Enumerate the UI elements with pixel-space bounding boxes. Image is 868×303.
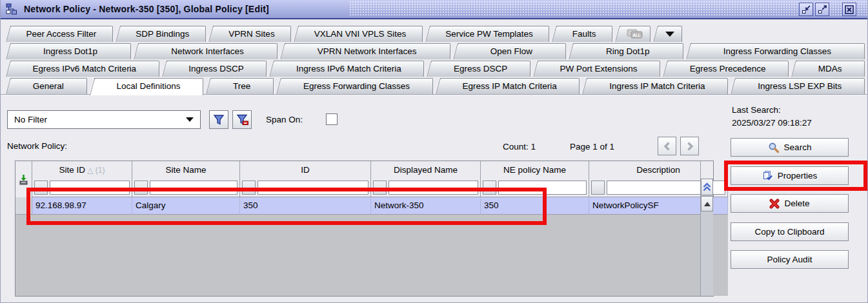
window-title: Network Policy - Network-350 [350], Glob… bbox=[24, 4, 269, 14]
filter-cell-ne-policy-name bbox=[481, 179, 589, 197]
tab-row-1: Ingress Dot1pNetwork InterfacesVPRN Netw… bbox=[3, 42, 865, 59]
tab-network-interfaces[interactable]: Network Interfaces bbox=[138, 43, 278, 59]
page-label: Page 1 of 1 bbox=[570, 142, 614, 152]
vertical-scrollbar[interactable] bbox=[700, 161, 713, 296]
tab-open-flow[interactable]: Open Flow bbox=[458, 43, 566, 59]
search-button-label: Search bbox=[784, 142, 812, 152]
properties-button[interactable]: Properties bbox=[731, 166, 849, 185]
previous-page-button[interactable] bbox=[658, 137, 676, 155]
filter-input-id[interactable] bbox=[257, 181, 368, 195]
row-selector-cell[interactable] bbox=[15, 197, 32, 215]
tab-vxlan-vni-vpls-sites[interactable]: VXLAN VNI VPLS Sites bbox=[298, 26, 423, 42]
table-corner-button[interactable] bbox=[15, 161, 32, 197]
tab-local-definitions[interactable]: Local Definitions bbox=[94, 78, 204, 95]
delete-button[interactable]: Delete bbox=[731, 194, 849, 213]
collapse-filter-row-button[interactable] bbox=[701, 179, 713, 195]
tab-label: Egress Forwarding Classes bbox=[303, 81, 410, 91]
column-filter-button[interactable] bbox=[242, 181, 256, 195]
filter-input-site-name[interactable] bbox=[150, 181, 237, 195]
span-on-label: Span On: bbox=[266, 110, 303, 129]
filter-cell-id bbox=[240, 179, 371, 197]
tab-vprn-sites[interactable]: VPRN Sites bbox=[213, 26, 291, 42]
maximize-icon bbox=[817, 5, 827, 15]
tab-egress-ip-match-criteria[interactable]: Egress IP Match Criteria bbox=[440, 78, 580, 94]
column-header-label: Displayed Name bbox=[394, 165, 458, 175]
tab-label: VXLAN VNI VPLS Sites bbox=[314, 29, 407, 39]
double-chevron-up-icon bbox=[702, 182, 712, 192]
column-filter-button[interactable] bbox=[134, 181, 148, 195]
tab-ingress-ipv6-match-criteria[interactable]: Ingress IPv6 Match Criteria bbox=[274, 61, 424, 77]
tab-general[interactable]: General bbox=[10, 78, 87, 94]
column-header-ne-policy-name[interactable]: NE policy Name bbox=[481, 161, 589, 179]
policy-audit-button[interactable]: Policy Audit bbox=[731, 250, 849, 269]
span-on-checkbox[interactable] bbox=[326, 113, 338, 125]
cell-site-name[interactable]: Calgary bbox=[132, 197, 240, 215]
column-header-site-name[interactable]: Site Name bbox=[132, 161, 240, 179]
tab-sdp-bindings[interactable]: SDP Bindings bbox=[120, 26, 206, 42]
tab-faults[interactable]: Faults bbox=[556, 26, 612, 42]
column-header-label: Site ID bbox=[59, 165, 85, 175]
cell-site-id[interactable]: 92.168.98.97 bbox=[32, 197, 132, 215]
column-header-displayed-name[interactable]: Displayed Name bbox=[371, 161, 481, 179]
tab-ingress-lsp-exp-bits[interactable]: Ingress LSP EXP Bits bbox=[735, 78, 865, 94]
combo-arrow-icon bbox=[186, 117, 194, 122]
filter-cell-site-name bbox=[132, 179, 240, 197]
next-page-button[interactable] bbox=[680, 137, 699, 155]
clear-filter-button[interactable] bbox=[232, 110, 252, 129]
tab-mdas[interactable]: MDAs bbox=[796, 61, 865, 77]
tab-label: Tree bbox=[233, 81, 250, 91]
tab-tree[interactable]: Tree bbox=[210, 78, 274, 94]
tab-pw-port-extensions[interactable]: PW Port Extensions bbox=[538, 61, 660, 77]
tab-label: MDAs bbox=[818, 64, 842, 73]
tab-label: Ingress IPv6 Match Criteria bbox=[296, 64, 401, 73]
column-filter-button[interactable] bbox=[483, 181, 496, 195]
column-filter-button[interactable] bbox=[591, 181, 605, 195]
tab-ingress-ip-match-criteria[interactable]: Ingress IP Match Criteria bbox=[587, 78, 728, 94]
tab-ingress-dot1p[interactable]: Ingress Dot1p bbox=[10, 43, 131, 59]
tab-overflow-button[interactable] bbox=[658, 26, 682, 42]
arrow-up-icon bbox=[704, 202, 711, 206]
filter-dropdown[interactable]: No Filter bbox=[7, 110, 201, 129]
chevron-left-icon bbox=[662, 141, 672, 152]
delete-button-label: Delete bbox=[784, 199, 809, 208]
scrollbar-header-spacer bbox=[701, 161, 713, 179]
filter-input-ne-policy-name[interactable] bbox=[498, 181, 587, 195]
column-header-site-id[interactable]: Site ID △ (1) bbox=[32, 161, 132, 179]
scroll-up-button[interactable] bbox=[701, 196, 713, 211]
tab-ingress-forwarding-classes[interactable]: Ingress Forwarding Classes bbox=[691, 43, 865, 59]
cell-ne-policy-name[interactable]: 350 bbox=[481, 197, 589, 215]
tab-egress-forwarding-classes[interactable]: Egress Forwarding Classes bbox=[281, 78, 433, 94]
tab-row-2: Egress IPv6 Match CriteriaIngress DSCPIn… bbox=[3, 59, 865, 77]
column-filter-button[interactable] bbox=[373, 181, 387, 195]
maximize-window-button[interactable] bbox=[815, 3, 829, 16]
tab-peer-access-filter[interactable]: Peer Access Filter bbox=[10, 26, 113, 42]
column-filter-button[interactable] bbox=[34, 181, 48, 195]
chevron-right-icon bbox=[685, 141, 695, 152]
tab-label: Ingress LSP EXP Bits bbox=[758, 81, 842, 91]
tab-egress-precedence[interactable]: Egress Precedence bbox=[667, 61, 789, 77]
cell-displayed-name[interactable]: Network-350 bbox=[371, 197, 481, 215]
cell-id[interactable]: 350 bbox=[240, 197, 371, 215]
last-search-timestamp: 2025/03/27 09:18:27 bbox=[732, 118, 812, 128]
faults-all-badge-tab[interactable]: ALL bbox=[620, 26, 651, 42]
filter-input-site-id[interactable] bbox=[50, 181, 130, 195]
network-policy-table: Site ID △ (1)Site NameIDDisplayed NameNE… bbox=[15, 161, 714, 297]
search-button[interactable]: Search bbox=[731, 138, 849, 157]
apply-filter-button[interactable] bbox=[209, 110, 228, 129]
tab-egress-dscp[interactable]: Egress DSCP bbox=[431, 61, 530, 77]
close-window-button[interactable] bbox=[842, 3, 856, 16]
tab-egress-ipv6-match-criteria[interactable]: Egress IPv6 Match Criteria bbox=[10, 61, 159, 77]
tab-ingress-dscp[interactable]: Ingress DSCP bbox=[167, 61, 267, 77]
tab-vprn-network-interfaces[interactable]: VPRN Network Interfaces bbox=[285, 43, 450, 59]
restore-window-button[interactable] bbox=[799, 3, 813, 16]
tab-service-pw-templates[interactable]: Service PW Templates bbox=[430, 26, 550, 42]
filter-input-displayed-name[interactable] bbox=[389, 181, 478, 195]
restore-icon bbox=[801, 5, 811, 15]
svg-text:ALL: ALL bbox=[632, 33, 641, 37]
copy-to-clipboard-button[interactable]: Copy to Clipboard bbox=[731, 222, 849, 241]
tab-label: Egress Precedence bbox=[690, 64, 766, 73]
tab-ring-dot1p[interactable]: Ring Dot1p bbox=[573, 43, 683, 59]
column-header-id[interactable]: ID bbox=[240, 161, 371, 179]
table-empty-area bbox=[15, 215, 728, 296]
column-header-label: ID bbox=[301, 165, 310, 175]
